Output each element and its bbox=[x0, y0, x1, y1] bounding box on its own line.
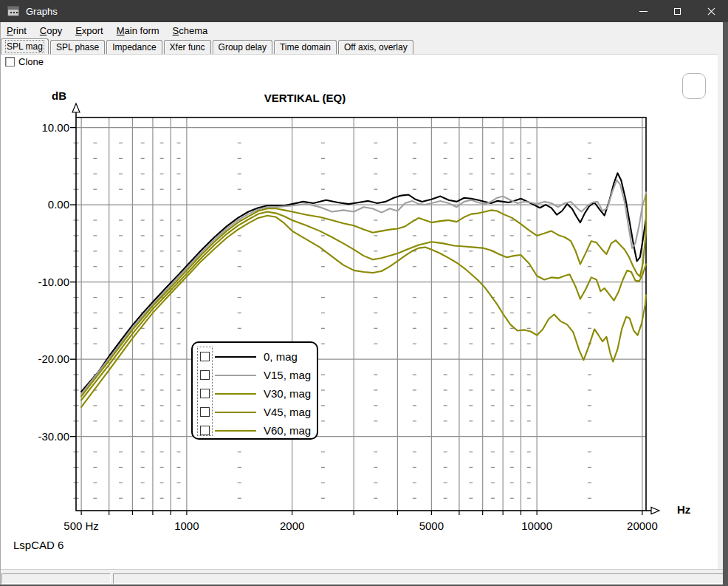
window-title: Graphs bbox=[26, 6, 58, 17]
svg-text:5000: 5000 bbox=[419, 519, 444, 532]
legend-item: 0, mag bbox=[193, 347, 317, 366]
svg-text:1000: 1000 bbox=[174, 519, 199, 532]
close-button[interactable] bbox=[694, 0, 728, 22]
legend-line-sample bbox=[215, 412, 256, 413]
window-edge-left bbox=[0, 22, 1, 586]
legend-item: V45, mag bbox=[193, 403, 317, 421]
legend-item: V15, mag bbox=[193, 366, 317, 384]
menu-item-export[interactable]: Export bbox=[69, 23, 111, 38]
svg-text:Hz: Hz bbox=[677, 503, 690, 516]
svg-text:VERTIKAL (EQ): VERTIKAL (EQ) bbox=[264, 92, 346, 104]
menu-item-schema[interactable]: Schema bbox=[167, 23, 216, 38]
tab-group-delay[interactable]: Group delay bbox=[213, 40, 272, 54]
menu-item-print[interactable]: Print bbox=[1, 23, 34, 38]
svg-text:0.00: 0.00 bbox=[48, 198, 69, 211]
tab-off-axis-overlay[interactable]: Off axis, overlay bbox=[338, 40, 413, 54]
legend-line-sample bbox=[215, 430, 256, 432]
tab-spl-mag[interactable]: SPL mag bbox=[1, 38, 49, 54]
chart-legend: 0, magV15, magV30, magV45, magV60, mag bbox=[191, 341, 318, 440]
menu-item-copy[interactable]: Copy bbox=[34, 23, 69, 38]
legend-item: V30, mag bbox=[193, 384, 317, 403]
legend-checkbox[interactable] bbox=[200, 426, 210, 435]
clone-checkbox[interactable] bbox=[5, 57, 15, 67]
legend-label: 0, mag bbox=[264, 350, 298, 363]
svg-text:2000: 2000 bbox=[280, 519, 304, 532]
window-edge-right[interactable] bbox=[723, 22, 728, 586]
maximize-button[interactable] bbox=[660, 0, 694, 22]
legend-line-sample bbox=[215, 393, 256, 395]
svg-text:-10.00: -10.00 bbox=[38, 276, 69, 288]
menu-bar: PrintCopyExportMain formSchema bbox=[1, 22, 727, 38]
title-bar: Graphs bbox=[0, 0, 728, 22]
legend-label: V45, mag bbox=[264, 406, 311, 418]
app-brand-label: LspCAD 6 bbox=[13, 539, 63, 551]
svg-text:dB: dB bbox=[52, 89, 66, 102]
legend-line-sample bbox=[215, 356, 256, 358]
legend-checkbox[interactable] bbox=[200, 389, 210, 398]
tab-impedance[interactable]: Impedance bbox=[106, 40, 162, 54]
panel-right-gap bbox=[718, 54, 723, 569]
tab-xfer-func[interactable]: Xfer func bbox=[164, 40, 211, 54]
corner-rounded-box bbox=[682, 73, 706, 99]
svg-text:-30.00: -30.00 bbox=[38, 430, 69, 443]
legend-label: V15, mag bbox=[264, 369, 311, 381]
legend-label: V30, mag bbox=[264, 387, 311, 400]
legend-label: V60, mag bbox=[264, 424, 311, 437]
legend-checkbox[interactable] bbox=[200, 370, 210, 380]
legend-checkbox[interactable] bbox=[200, 352, 210, 361]
maximize-icon bbox=[674, 8, 681, 15]
tab-time-domain[interactable]: Time domain bbox=[274, 40, 337, 54]
close-icon bbox=[707, 7, 715, 16]
legend-checkbox[interactable] bbox=[200, 407, 210, 417]
minimize-button[interactable] bbox=[626, 0, 660, 22]
svg-text:10000: 10000 bbox=[521, 519, 552, 532]
menu-item-main-form[interactable]: Main form bbox=[111, 23, 167, 38]
status-bar bbox=[0, 573, 728, 585]
tab-bar: SPL magSPL phaseImpedanceXfer funcGroup … bbox=[1, 38, 727, 54]
svg-text:20000: 20000 bbox=[627, 519, 658, 532]
svg-text:-20.00: -20.00 bbox=[38, 352, 69, 365]
clone-checkbox-label: Clone bbox=[18, 56, 44, 67]
svg-text:10.00: 10.00 bbox=[41, 121, 69, 134]
graphs-window: Graphs PrintCopyExportMain formSchema SP… bbox=[0, 0, 728, 586]
legend-item: V60, mag bbox=[193, 421, 317, 440]
chart-panel: 10.000.00-10.00-20.00-30.00500 Hz1000200… bbox=[1, 54, 723, 569]
svg-text:500 Hz: 500 Hz bbox=[63, 519, 99, 532]
status-panel-1 bbox=[1, 573, 111, 584]
app-icon bbox=[7, 6, 19, 16]
legend-line-sample bbox=[215, 375, 256, 376]
spl-magnitude-chart: 10.000.00-10.00-20.00-30.00500 Hz1000200… bbox=[1, 55, 723, 570]
minimize-icon bbox=[639, 11, 648, 12]
status-panel-2 bbox=[113, 573, 726, 584]
tab-spl-phase[interactable]: SPL phase bbox=[50, 40, 105, 54]
